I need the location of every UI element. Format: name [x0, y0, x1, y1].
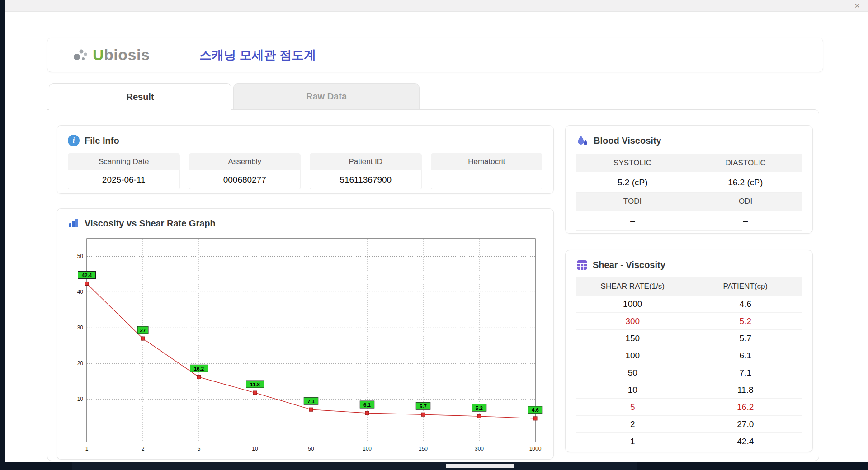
taskbar	[0, 462, 868, 470]
patient-value-cell: 11.8	[689, 381, 802, 399]
bv-header-cell: ODI	[689, 193, 802, 211]
blood-viscosity-title: Blood Viscosity	[594, 136, 661, 146]
tab-raw-data[interactable]: Raw Data	[233, 83, 420, 109]
shear-table-row: 1505.7	[576, 330, 802, 347]
file-info-field: Patient ID51611367900	[310, 153, 422, 189]
svg-text:42.4: 42.4	[82, 273, 92, 278]
file-info-title: File Info	[85, 136, 119, 146]
field-label: Hematocrit	[431, 153, 543, 170]
svg-text:150: 150	[419, 446, 428, 452]
app-title-korean: 스캐닝 모세관 점도계	[199, 47, 316, 63]
svg-text:40: 40	[77, 289, 84, 295]
svg-text:5.7: 5.7	[420, 404, 427, 409]
svg-text:10: 10	[252, 446, 258, 452]
bv-value-cell: –	[689, 211, 802, 231]
svg-text:30: 30	[77, 324, 84, 331]
svg-text:1000: 1000	[529, 446, 542, 452]
patient-value-cell: 42.4	[689, 433, 802, 450]
patient-value-cell: 5.2	[689, 313, 802, 330]
svg-text:50: 50	[77, 253, 84, 259]
svg-text:16.2: 16.2	[194, 366, 204, 371]
blood-viscosity-table: SYSTOLICDIASTOLIC5.2 (cP)16.2 (cP)TODIOD…	[576, 154, 802, 231]
grid-table-icon	[576, 259, 588, 271]
patient-value-cell: 5.7	[689, 330, 802, 347]
patient-value-cell: 6.1	[689, 347, 802, 364]
bv-value-row: ––	[576, 211, 802, 231]
svg-text:5.2: 5.2	[476, 405, 483, 411]
logo-text-rest: biosis	[104, 46, 150, 63]
patient-value-cell: 7.1	[689, 364, 802, 381]
shear-rate-cell: 2	[576, 416, 689, 433]
svg-text:5: 5	[198, 446, 201, 452]
bv-header-row: TODIODI	[576, 193, 802, 211]
shear-viscosity-card: Shear - Viscosity SHEAR RATE(1/s)PATIENT…	[565, 250, 813, 452]
field-value: 000680277	[189, 170, 301, 189]
graph-card: Viscosity vs Shear Rate Graph 1020304050…	[57, 208, 554, 460]
svg-text:11.8: 11.8	[250, 382, 260, 387]
field-label: Assembly	[189, 153, 301, 170]
svg-text:1: 1	[85, 446, 89, 452]
bv-header-cell: DIASTOLIC	[689, 154, 802, 172]
blood-viscosity-card: Blood Viscosity SYSTOLICDIASTOLIC5.2 (cP…	[565, 125, 813, 234]
svg-text:20: 20	[77, 360, 84, 367]
shear-table-header-row: SHEAR RATE(1/s)PATIENT(cp)	[576, 277, 802, 296]
file-info-field: Hematocrit	[431, 153, 543, 189]
shear-viscosity-table: SHEAR RATE(1/s)PATIENT(cp)10004.63005.21…	[576, 277, 802, 450]
shear-rate-cell: 1000	[576, 296, 689, 313]
shear-viscosity-title-row: Shear - Viscosity	[566, 250, 812, 271]
shear-rate-cell: 50	[576, 364, 689, 381]
shear-table-row: 1006.1	[576, 347, 802, 364]
bv-header-row: SYSTOLICDIASTOLIC	[576, 154, 802, 172]
bv-value-cell: 5.2 (cP)	[576, 172, 689, 193]
ubiosis-logo: Ubiosis	[72, 46, 150, 64]
shear-rate-cell: 1	[576, 433, 689, 450]
logo-dots-icon	[72, 46, 90, 64]
logo-text: Ubiosis	[93, 46, 150, 64]
bv-header-cell: TODI	[576, 193, 689, 211]
field-value: 51611367900	[310, 170, 422, 189]
shear-table-row: 10004.6	[576, 296, 802, 313]
field-value: 2025-06-11	[68, 170, 180, 189]
shear-table-row: 227.0	[576, 416, 802, 433]
shear-rate-cell: 300	[576, 313, 689, 330]
shear-rate-cell: 5	[576, 399, 689, 416]
result-panel: i File Info Scanning Date2025-06-11Assem…	[47, 109, 819, 461]
file-info-card: i File Info Scanning Date2025-06-11Assem…	[57, 125, 554, 194]
shear-table-row: 3005.2	[576, 313, 802, 330]
file-info-field: Assembly000680277	[189, 153, 301, 189]
close-icon[interactable]: ✕	[853, 1, 862, 10]
svg-text:27: 27	[140, 328, 146, 333]
logo-text-accent: U	[93, 46, 104, 63]
shear-rate-cell: 10	[576, 381, 689, 399]
svg-text:6.1: 6.1	[363, 402, 371, 408]
bar-chart-icon	[68, 218, 80, 229]
taskbar-item[interactable]	[446, 464, 514, 468]
shear-table-row: 516.2	[576, 399, 802, 416]
bv-value-row: 5.2 (cP)16.2 (cP)	[576, 172, 802, 193]
info-icon: i	[68, 135, 80, 146]
shear-rate-cell: 100	[576, 347, 689, 364]
shear-table-row: 507.1	[576, 364, 802, 381]
patient-value-cell: 16.2	[689, 399, 802, 416]
blood-viscosity-title-row: Blood Viscosity	[566, 126, 812, 147]
bv-value-cell: 16.2 (cP)	[689, 172, 802, 193]
file-info-field: Scanning Date2025-06-11	[68, 153, 180, 189]
taskbar-strip	[72, 462, 637, 470]
patient-value-cell: 27.0	[689, 416, 802, 433]
shear-viscosity-title: Shear - Viscosity	[593, 260, 665, 270]
droplet-icon	[576, 135, 589, 147]
svg-text:2: 2	[142, 446, 145, 452]
svg-text:7.1: 7.1	[307, 399, 315, 404]
svg-text:300: 300	[475, 446, 484, 452]
bv-value-cell: –	[576, 211, 689, 231]
window-titlebar: ✕	[5, 0, 868, 12]
shear-table-header-cell: PATIENT(cp)	[689, 277, 802, 296]
svg-text:10: 10	[77, 396, 84, 402]
tab-result[interactable]: Result	[49, 83, 231, 110]
shear-table-row: 1011.8	[576, 381, 802, 399]
app-header: Ubiosis 스캐닝 모세관 점도계	[47, 38, 823, 72]
viscosity-chart: 10203040501251050100150300100042.42716.2…	[68, 234, 541, 460]
svg-text:100: 100	[363, 446, 372, 452]
bv-header-cell: SYSTOLIC	[576, 154, 689, 172]
svg-text:4.6: 4.6	[532, 407, 539, 413]
